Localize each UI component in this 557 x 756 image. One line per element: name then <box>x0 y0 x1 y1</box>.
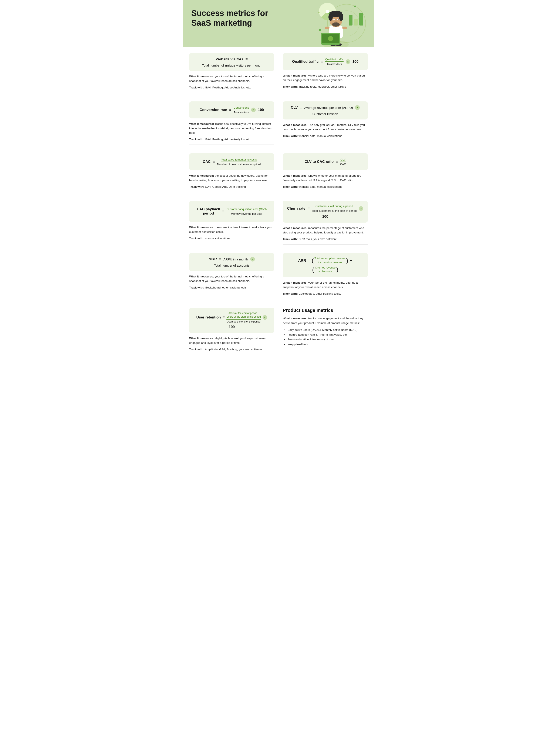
churn-rate-formula: Churn rate = Customers lost during a per… <box>287 205 363 219</box>
metric-qualified-traffic: Qualified traffic = Qualified traffic To… <box>283 53 368 93</box>
cac-what: What it measures: the cost of acquiring … <box>189 174 274 183</box>
main-content: Website visitors = Total number of uniqu… <box>183 47 374 363</box>
conversion-rate-box: Conversion rate = Conversions Total visi… <box>189 101 274 118</box>
clv-desc: What it measures: The holy grail of SaaS… <box>283 123 368 141</box>
user-retention-what: What it measures: Highlights how well yo… <box>189 336 274 345</box>
conversion-rate-desc: What it measures: Tracks how effectively… <box>189 122 274 145</box>
website-visitors-label: Website visitors <box>216 57 243 61</box>
svg-point-29 <box>318 12 320 13</box>
user-retention-desc: What it measures: Highlights how well yo… <box>189 336 274 355</box>
mrr-term2: Total number of accounts <box>214 264 250 267</box>
arr-group2: ( Churned revenue + discounts ) <box>312 266 338 273</box>
qualified-traffic-desc: What it measures: visitors who are more … <box>283 74 368 92</box>
arr-group1: ( Total subscription revenue + expansion… <box>312 257 348 264</box>
metric-cac: CAC = Total sales & marketing costs Numb… <box>189 153 274 192</box>
svg-rect-3 <box>349 15 352 26</box>
website-visitors-desc: What it measures: your top-of-the funnel… <box>189 75 274 93</box>
clv-cac-track: Track with: financial data, manual calcu… <box>283 185 368 189</box>
conversion-rate-track: Track with: GA4, Posthog, Adobe Analytic… <box>189 137 274 142</box>
user-retention-box: User retention = Users at the end of per… <box>189 308 274 333</box>
cac-label: CAC <box>203 159 211 164</box>
conversion-rate-formula: Conversion rate = Conversions Total visi… <box>200 106 264 114</box>
list-item: Feature adoption rate & Time-to-first va… <box>287 332 368 338</box>
svg-rect-13 <box>342 27 347 29</box>
churn-rate-track: Track with: CRM tools, your own software <box>283 237 368 241</box>
churn-rate-desc: What it measures: measures the percentag… <box>283 226 368 244</box>
header-section: Success metrics for SaaS marketing <box>183 0 374 47</box>
product-usage-list: Daily active users (DAU) & Monthly activ… <box>283 328 368 347</box>
user-retention-fraction: Users at the end of period – Users at th… <box>227 312 261 323</box>
clv-cac-desc: What it measures: Shows whether your mar… <box>283 174 368 192</box>
arr-label: ARR <box>298 259 306 263</box>
clv-cac-label: CLV to CAC ratio <box>305 159 334 164</box>
metric-user-retention: User retention = Users at the end of per… <box>189 308 274 355</box>
clv-cac-box: CLV to CAC ratio = CLV CAC <box>283 153 368 170</box>
qualified-traffic-fraction: Qualified traffic Total visitors <box>325 58 343 66</box>
mrr-times: × <box>250 257 255 261</box>
svg-point-21 <box>332 22 340 27</box>
metric-clv: CLV = Average revenue per user (ARPU) × … <box>283 101 368 145</box>
website-visitors-what: What it measures: your top-of-the funnel… <box>189 75 274 83</box>
metrics-grid: Website visitors = Total number of uniqu… <box>189 53 368 357</box>
metric-cac-payback: CAC paybackperiod = Customer acquisition… <box>189 201 274 244</box>
conversion-rate-fraction: Conversions Total visitors <box>234 106 249 114</box>
website-visitors-track: Track with: GA4, Posthog, Adobe Analytic… <box>189 85 274 90</box>
clv-formula: CLV = Average revenue per user (ARPU) × … <box>287 105 363 116</box>
svg-point-26 <box>335 21 337 23</box>
svg-point-16 <box>328 36 333 41</box>
page-title: Success metrics for SaaS marketing <box>191 8 281 34</box>
cac-payback-box: CAC paybackperiod = Customer acquisition… <box>189 201 274 222</box>
clv-term1: Average revenue per user (ARPU) <box>304 106 353 110</box>
user-retention-label: User retention <box>196 315 221 320</box>
metric-website-visitors: Website visitors = Total number of uniqu… <box>189 53 274 93</box>
cac-payback-what: What it measures: measures the time it t… <box>189 225 274 234</box>
clv-label: CLV <box>291 106 298 110</box>
arr-desc: What it measures: your top-of-the funnel… <box>283 281 368 299</box>
svg-point-28 <box>354 5 356 7</box>
mrr-what: What it measures: your top-of-the funnel… <box>189 274 274 283</box>
cac-desc: What it measures: the cost of acquiring … <box>189 174 274 192</box>
qualified-traffic-formula: Qualified traffic = Qualified traffic To… <box>292 58 358 66</box>
mrr-formula: MRR = ARPU in a month × Total number of … <box>194 257 270 267</box>
qualified-traffic-box: Qualified traffic = Qualified traffic To… <box>283 53 368 70</box>
svg-rect-5 <box>359 13 363 26</box>
clv-cac-fraction: CLV CAC <box>340 158 346 166</box>
metric-arr: ARR = ( Total subscription revenue + exp… <box>283 253 368 299</box>
metric-mrr: MRR = ARPU in a month × Total number of … <box>189 253 274 299</box>
qualified-traffic-what: What it measures: visitors who are more … <box>283 74 368 83</box>
website-visitors-box: Website visitors = Total number of uniqu… <box>189 53 274 71</box>
clv-term2: Customer lifespan <box>313 112 338 116</box>
list-item: Daily active users (DAU) & Monthly activ… <box>287 328 368 332</box>
mrr-term1: ARPU in a month <box>224 258 248 261</box>
header-illustration <box>285 0 366 47</box>
clv-cac-formula: CLV to CAC ratio = CLV CAC <box>305 158 346 166</box>
churn-rate-box: Churn rate = Customers lost during a per… <box>283 201 368 223</box>
conversion-rate-label: Conversion rate <box>200 108 227 112</box>
mrr-desc: What it measures: your top-of-the funnel… <box>189 274 274 293</box>
svg-point-24 <box>333 19 334 20</box>
svg-point-20 <box>339 13 343 21</box>
cac-box: CAC = Total sales & marketing costs Numb… <box>189 153 274 170</box>
ret-num-line1: Users at the end of period – <box>227 312 261 315</box>
qualified-traffic-times: × <box>346 59 350 64</box>
website-visitors-formula: Website visitors = Total number of uniqu… <box>194 57 270 67</box>
product-usage-title: Product usage metrics <box>283 308 368 313</box>
cac-payback-desc: What it measures: measures the time it t… <box>189 225 274 244</box>
user-retention-times: × <box>263 315 267 320</box>
list-item: In-app feedback <box>287 342 368 347</box>
ret-denom: Users at the end of the period <box>227 320 260 323</box>
arr-what: What it measures: your top-of-the funnel… <box>283 281 368 290</box>
svg-point-27 <box>319 29 321 31</box>
clv-box: CLV = Average revenue per user (ARPU) × … <box>283 101 368 119</box>
svg-rect-4 <box>354 19 358 26</box>
metric-conversion-rate: Conversion rate = Conversions Total visi… <box>189 101 274 145</box>
mrr-track: Track with: Geckoboard, other tracking t… <box>189 286 274 290</box>
clv-track: Track with: financial data, manual calcu… <box>283 134 368 138</box>
clv-cac-what: What it measures: Shows whether your mar… <box>283 174 368 183</box>
svg-rect-12 <box>325 27 329 29</box>
cac-track: Track with: GA4, Google Ads, UTM trackin… <box>189 185 274 189</box>
svg-point-25 <box>338 19 339 20</box>
churn-rate-label: Churn rate <box>287 206 305 211</box>
svg-point-2 <box>326 10 329 13</box>
qualified-traffic-track: Track with: Tracking tools, HubSpot, oth… <box>283 85 368 89</box>
